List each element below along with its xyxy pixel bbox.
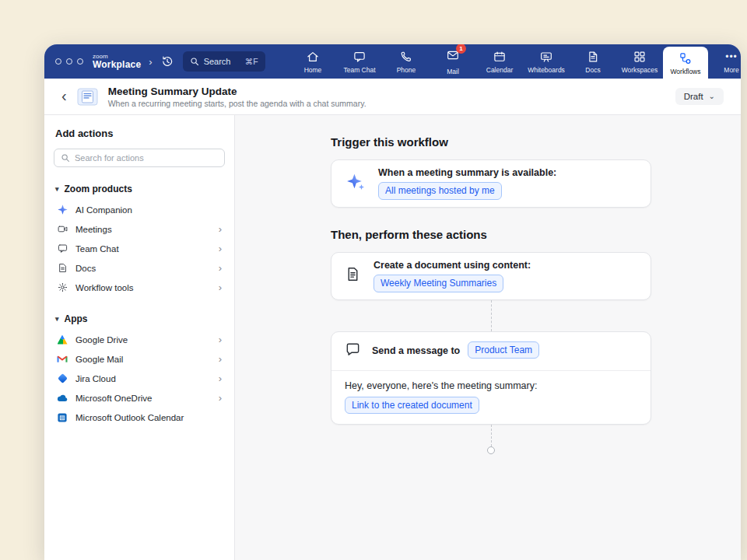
nav-item-team-chat[interactable]: Team Chat: [336, 44, 383, 79]
chat-bubble-icon: [56, 243, 68, 255]
sidebar-item-workflow-tools[interactable]: Workflow tools ›: [54, 278, 225, 297]
workflow-icon: [679, 51, 693, 65]
add-step-node[interactable]: [487, 446, 495, 454]
nav-item-docs[interactable]: Docs: [570, 44, 616, 79]
nav-item-whiteboards[interactable]: Whiteboards: [523, 44, 570, 79]
nav-item-label: Docs: [585, 66, 600, 74]
workflow-title-block: Meeting Summary Update When a recurring …: [108, 86, 366, 108]
more-dots-icon: •••: [725, 50, 738, 64]
gear-icon: [56, 282, 68, 294]
actions-search-box[interactable]: [54, 149, 225, 167]
section-label: Apps: [65, 313, 88, 324]
recipient-pill[interactable]: Product Team: [468, 341, 539, 359]
section-zoom-products[interactable]: ▾ Zoom products: [55, 184, 225, 194]
nav-item-workflows[interactable]: Workflows: [663, 47, 708, 79]
chevron-right-icon: ›: [219, 373, 222, 383]
sidebar-item-label: Docs: [75, 264, 96, 273]
back-button[interactable]: ‹: [61, 88, 67, 103]
sidebar-item-label: Microsoft Outlook Calendar: [75, 413, 184, 422]
workflow-canvas: Trigger this workflow: [235, 115, 741, 560]
search-label: Search: [204, 57, 240, 66]
nav-item-label: Team Chat: [343, 66, 375, 74]
window-control-dots: [55, 58, 83, 65]
outlook-calendar-icon: [56, 411, 68, 424]
chevron-right-icon: ›: [219, 263, 222, 273]
chevron-right-icon: ›: [219, 354, 222, 364]
sidebar-item-label: Team Chat: [75, 244, 119, 254]
home-icon: [306, 50, 320, 64]
message-body-text: Hey, everyone, here's the meeting summar…: [345, 380, 637, 391]
trigger-card[interactable]: When a meeting summary is available: All…: [331, 159, 651, 208]
workflow-subtitle: When a recurring meeting starts, post th…: [108, 99, 366, 108]
sidebar-item-meetings[interactable]: Meetings ›: [54, 219, 225, 239]
draft-status-dropdown[interactable]: Draft ⌄: [675, 88, 724, 105]
search-icon: [190, 57, 199, 66]
create-doc-text: Create a document using content:: [374, 260, 531, 271]
document-icon: [56, 262, 68, 275]
ai-sparkle-icon: [345, 171, 366, 195]
chevron-right-icon: ›: [219, 334, 222, 345]
nav-items: Home Team Chat Phone 1: [289, 44, 733, 79]
document-icon: [345, 266, 361, 285]
sidebar-item-microsoft-outlook-calendar[interactable]: Microsoft Outlook Calendar: [54, 408, 225, 427]
connector-line: [331, 300, 651, 331]
sidebar-item-microsoft-onedrive[interactable]: Microsoft OneDrive ›: [54, 388, 225, 408]
window-dot-icon: [77, 58, 83, 65]
workflow-header: ‹ Meeting Summary Update When a recurrin…: [44, 79, 741, 115]
section-apps[interactable]: ▾ Apps: [55, 313, 225, 324]
triangle-down-icon: ▾: [55, 185, 59, 193]
section-label: Zoom products: [65, 184, 132, 194]
calendar-icon: [493, 50, 507, 64]
phone-icon: [399, 50, 413, 64]
chat-bubble-icon: [345, 341, 361, 361]
sidebar-item-google-drive[interactable]: Google Drive ›: [54, 330, 225, 349]
workflow-title: Meeting Summary Update: [108, 86, 366, 97]
history-button[interactable]: [158, 52, 177, 71]
nav-item-label: More: [724, 66, 738, 74]
app-window: zoom Workplace › Search ⌘F Home: [44, 44, 741, 560]
chevron-right-icon: ›: [219, 243, 222, 254]
chevron-right-icon: ›: [219, 282, 222, 292]
video-camera-icon: [56, 223, 68, 236]
actions-search-input[interactable]: [75, 153, 218, 163]
global-search-input[interactable]: Search ⌘F: [183, 51, 265, 72]
nav-item-workspaces[interactable]: Workspaces: [616, 44, 663, 79]
doc-content-pill[interactable]: Weekly Meeting Summaries: [374, 275, 503, 292]
sidebar-item-docs[interactable]: Docs ›: [54, 258, 225, 278]
nav-item-label: Calendar: [486, 66, 514, 74]
doc-thumbnail-icon: [77, 88, 98, 106]
sidebar-item-label: AI Companion: [75, 205, 132, 215]
sidebar-item-google-mail[interactable]: Google Mail ›: [54, 349, 225, 369]
onedrive-icon: [56, 392, 68, 404]
mail-icon-wrapper: 1: [446, 48, 460, 65]
history-clock-icon: [160, 54, 174, 68]
nav-item-label: Workflows: [670, 68, 700, 75]
window-dot-icon: [55, 58, 61, 65]
sidebar-item-jira-cloud[interactable]: Jira Cloud ›: [54, 369, 225, 388]
sidebar-item-label: Meetings: [75, 225, 112, 234]
nav-item-phone[interactable]: Phone: [383, 44, 430, 79]
send-message-text: Send a message to: [372, 345, 460, 356]
google-drive-icon: [56, 334, 68, 346]
trigger-heading: Trigger this workflow: [331, 135, 651, 149]
sidebar-item-ai-companion[interactable]: AI Companion: [54, 200, 225, 219]
connector-line: [331, 425, 651, 446]
send-message-card[interactable]: Send a message to Product Team Hey, ever…: [331, 331, 651, 425]
chat-bubble-icon: [352, 50, 366, 64]
chevron-down-icon: ⌄: [709, 94, 715, 99]
create-document-card[interactable]: Create a document using content: Weekly …: [331, 252, 651, 300]
chevron-right-icon[interactable]: ›: [149, 56, 152, 68]
nav-item-mail[interactable]: 1 Mail: [430, 44, 476, 79]
nav-item-home[interactable]: Home: [289, 44, 336, 79]
nav-item-calendar[interactable]: Calendar: [476, 44, 523, 79]
trigger-card-text: When a meeting summary is available:: [378, 167, 556, 178]
sidebar-item-label: Microsoft OneDrive: [75, 394, 152, 403]
search-shortcut: ⌘F: [245, 57, 258, 66]
search-icon: [61, 153, 70, 163]
sidebar-item-team-chat[interactable]: Team Chat ›: [54, 239, 225, 258]
trigger-scope-pill[interactable]: All meetings hosted by me: [378, 182, 502, 200]
chevron-right-icon: ›: [219, 393, 222, 403]
document-link-pill[interactable]: Link to the created document: [345, 397, 479, 415]
nav-item-more[interactable]: ••• More: [708, 44, 741, 79]
nav-item-label: Workspaces: [622, 66, 658, 74]
